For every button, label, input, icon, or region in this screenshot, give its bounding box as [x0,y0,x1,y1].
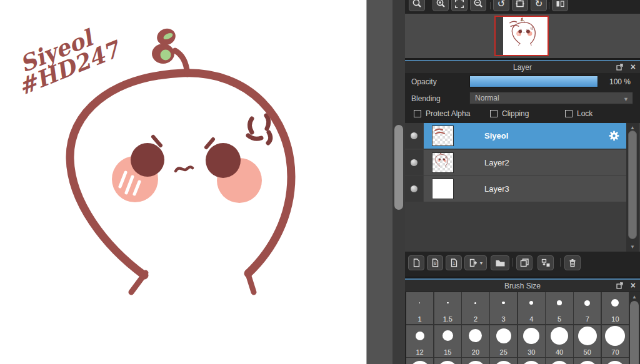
layer-panel-header[interactable]: Layer × [405,61,640,73]
rotate-right-button[interactable]: ↻ [531,0,547,11]
navigator-view-rectangle[interactable] [494,16,549,56]
duplicate-icon [519,258,529,268]
new-layer-button[interactable] [408,255,424,270]
brush-size-value: 12 [406,348,433,356]
delete-layer-button[interactable] [564,255,581,270]
layer-panel-title: Layer [405,63,640,72]
layer-settings-gear-icon[interactable] [608,130,620,142]
fit-to-screen-button[interactable] [451,0,468,11]
close-panel-icon[interactable]: × [631,280,636,290]
rotate-left-button[interactable]: ↺ [493,0,509,11]
dropdown-arrow-icon: ▼ [623,94,629,105]
canvas-scrollbar-thumb[interactable] [394,125,403,210]
brush-size-value: 15 [434,348,461,356]
rotate-right-icon: ↻ [535,0,543,9]
layer-row-layer2[interactable]: Layer2 [405,150,626,175]
brush-size-cell[interactable]: 10 [602,292,629,324]
layer-thumbnail[interactable] [432,179,454,199]
brush-size-cell[interactable]: 1 [406,292,433,324]
brush-panel-header[interactable]: Brush Size × [405,280,640,292]
layer-scrollbar-thumb[interactable] [628,130,637,239]
close-panel-icon[interactable]: × [631,62,636,72]
layer-thumbnail[interactable] [432,152,454,173]
navigator-preview[interactable] [405,14,640,58]
layer-visibility-toggle[interactable] [405,123,423,149]
layer-row-siyeol[interactable]: Siyeol [405,123,626,149]
layer-visibility-toggle[interactable] [405,176,423,202]
brush-size-cell[interactable] [406,358,433,364]
add-layer-dropdown-button[interactable]: ▼ [464,255,487,270]
zoom-tool-button[interactable] [409,0,425,11]
reset-view-button[interactable] [512,0,528,11]
brush-size-cell[interactable]: 20 [462,325,489,357]
add-layer-icon [468,258,478,268]
brush-size-cell[interactable]: 2 [462,292,489,324]
new-layer-icon [411,258,421,268]
brush-size-value: 20 [462,348,489,356]
canvas-vertical-scrollbar[interactable] [392,0,405,364]
toolbar-separator [549,2,549,9]
brush-size-cell[interactable]: 7 [574,292,601,324]
brush-size-cell[interactable]: 5 [546,292,572,324]
merge-layer-button[interactable] [538,255,554,270]
brush-size-dot [584,300,590,306]
brush-scrollbar-thumb[interactable] [630,301,639,364]
scroll-up-arrow-icon[interactable]: ▲ [626,125,639,130]
brush-size-grid: 11.523457101215202530405070 [406,292,629,364]
brush-size-cell[interactable] [574,358,601,364]
brush-size-cell[interactable]: 25 [490,325,517,357]
layer-thumbnail[interactable] [432,125,454,146]
layer-folder-button[interactable] [491,255,509,270]
new-8bit-layer-button[interactable]: 8 [427,255,443,270]
zoom-out-button[interactable] [470,0,486,11]
brush-size-cell[interactable]: 4 [518,292,545,324]
brush-size-cell[interactable] [490,358,517,364]
brush-panel-title: Brush Size [405,282,640,290]
brush-size-cell[interactable] [546,358,572,364]
navigator-offcanvas-area [496,17,503,55]
brush-size-cell[interactable]: 40 [546,325,572,357]
drawing-canvas[interactable]: Siyeol #HD247 [0,0,367,364]
brush-size-cell[interactable]: 1.5 [434,292,461,324]
brush-size-value: 70 [602,348,629,356]
brush-size-dot [494,361,514,364]
scroll-down-arrow-icon[interactable]: ▼ [626,244,639,250]
scroll-up-arrow-icon[interactable]: ▲ [629,294,640,300]
1bit-layer-icon: 1 [449,258,459,268]
brush-size-cell[interactable]: 30 [518,325,545,357]
brush-size-dot [611,299,619,307]
popout-panel-icon[interactable] [616,64,623,71]
brush-size-cell[interactable] [602,358,629,364]
layer-visibility-toggle[interactable] [405,150,423,175]
lock-checkbox[interactable] [565,110,572,117]
brush-size-cell[interactable]: 12 [406,325,433,357]
duplicate-layer-button[interactable] [516,255,532,270]
brush-size-cell[interactable] [434,358,461,364]
clipping-checkbox[interactable] [490,110,498,117]
brush-size-value: 40 [546,348,572,356]
brush-size-dot [419,302,421,303]
layer-row-layer3[interactable]: Layer3 [405,176,626,202]
brush-size-cell[interactable]: 70 [602,325,629,357]
brush-size-dot [416,332,424,340]
layer-list-scrollbar[interactable]: ▲ ▼ [626,123,639,252]
brush-grid-scrollbar[interactable]: ▲ [629,292,640,364]
flip-horizontal-button[interactable] [552,0,568,11]
brush-size-value: 50 [574,348,601,356]
blending-dropdown[interactable]: Normal ▼ [469,92,633,104]
protect-alpha-checkbox[interactable] [414,110,421,117]
zoom-in-button[interactable] [432,0,449,11]
opacity-label: Opacity [411,77,437,86]
brush-size-cell[interactable] [462,358,489,364]
popout-panel-icon[interactable] [616,282,623,289]
brush-size-value: 25 [490,348,517,356]
brush-size-cell[interactable]: 3 [490,292,517,324]
opacity-slider[interactable] [469,76,598,87]
folder-icon [495,258,506,268]
new-1bit-layer-button[interactable]: 1 [446,255,462,270]
toolbar-separator [490,2,491,9]
brush-size-cell[interactable] [518,358,545,364]
brush-size-dot [469,329,482,342]
brush-size-cell[interactable]: 15 [434,325,461,357]
brush-size-cell[interactable]: 50 [574,325,601,357]
